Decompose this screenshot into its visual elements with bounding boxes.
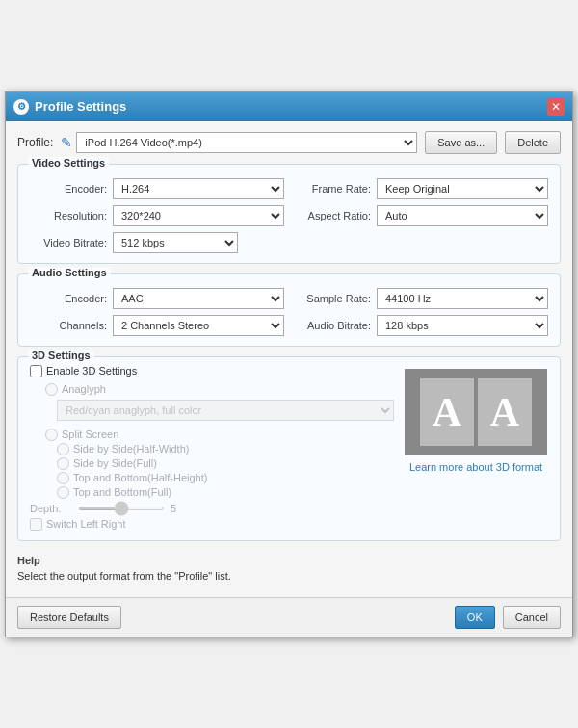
title-bar: ⚙ Profile Settings ✕ (6, 92, 572, 121)
channels-row: Channels: 2 Channels Stereo (30, 315, 284, 336)
restore-defaults-button[interactable]: Restore Defaults (17, 606, 121, 629)
dialog-content: Profile: ✎ iPod H.264 Video(*.mp4) Save … (6, 121, 572, 597)
video-settings-title: Video Settings (28, 157, 109, 169)
resolution-select[interactable]: 320*240 (113, 205, 284, 226)
audio-settings-section: Audio Settings Encoder: AAC Sample Rate:… (17, 273, 561, 347)
footer-right: OK Cancel (455, 606, 561, 629)
save-as-button[interactable]: Save as... (425, 131, 497, 154)
3d-settings-title: 3D Settings (28, 350, 94, 361)
profile-select[interactable]: iPod H.264 Video(*.mp4) (76, 132, 417, 153)
learn-more-link[interactable]: Learn more about 3D format (409, 461, 542, 473)
split-screen-label: Split Screen (62, 429, 118, 440)
help-title: Help (17, 555, 561, 566)
edit-icon[interactable]: ✎ (61, 135, 72, 150)
top-bottom-half-row: Top and Bottom(Half-Height) (30, 472, 394, 484)
aa-letter-right: A (478, 378, 532, 446)
3d-settings-right: A A Learn more about 3D format (404, 365, 548, 531)
channels-select[interactable]: 2 Channels Stereo (113, 315, 284, 336)
resolution-label: Resolution: (30, 210, 107, 221)
top-bottom-full-label: Top and Bottom(Full) (73, 486, 171, 498)
delete-button[interactable]: Delete (505, 131, 561, 154)
frame-rate-select[interactable]: Keep Original (377, 178, 548, 199)
top-bottom-full-row: Top and Bottom(Full) (30, 486, 394, 499)
depth-value: 5 (171, 503, 190, 514)
settings-icon: ⚙ (13, 99, 29, 115)
cancel-button[interactable]: Cancel (503, 606, 561, 629)
aa-preview: A A (405, 369, 547, 455)
3d-settings-left: Enable 3D Settings Anaglyph Red/cyan ana… (30, 365, 394, 531)
anaglyph-label: Anaglyph (62, 383, 106, 395)
top-bottom-half-radio[interactable] (57, 472, 69, 484)
depth-slider[interactable] (78, 507, 165, 510)
ok-button[interactable]: OK (455, 606, 495, 629)
video-settings-grid: Encoder: H.264 Frame Rate: Keep Original… (30, 178, 548, 226)
audio-encoder-row: Encoder: AAC (30, 288, 284, 309)
top-bottom-full-radio[interactable] (57, 486, 69, 499)
audio-encoder-label: Encoder: (30, 293, 107, 304)
depth-row: Depth: 5 (30, 503, 394, 514)
close-button[interactable]: ✕ (547, 98, 565, 116)
side-by-side-full-radio[interactable] (57, 457, 69, 470)
switch-lr-row: Switch Left Right (30, 518, 394, 531)
side-by-side-half-radio[interactable] (57, 443, 69, 455)
audio-settings-grid: Encoder: AAC Sample Rate: 44100 Hz Chann… (30, 288, 548, 336)
side-by-side-half-label: Side by Side(Half-Width) (73, 443, 189, 455)
help-text: Select the output format from the "Profi… (17, 570, 561, 582)
profile-row: Profile: ✎ iPod H.264 Video(*.mp4) Save … (17, 131, 561, 154)
channels-label: Channels: (30, 320, 107, 331)
video-bitrate-select[interactable]: 512 kbps (113, 232, 238, 253)
side-by-side-full-row: Side by Side(Full) (30, 457, 394, 470)
video-bitrate-row: Video Bitrate: 512 kbps (30, 232, 548, 253)
side-by-side-full-label: Side by Side(Full) (73, 457, 157, 469)
profile-settings-dialog: ⚙ Profile Settings ✕ Profile: ✎ iPod H.2… (5, 91, 573, 637)
dialog-title: Profile Settings (35, 99, 126, 114)
audio-bitrate-row: Audio Bitrate: 128 kbps (294, 315, 548, 336)
3d-radio-group: Anaglyph Red/cyan anaglyph, full color S… (30, 383, 394, 499)
switch-lr-label: Switch Left Right (46, 518, 126, 530)
enable-3d-checkbox[interactable] (30, 365, 42, 377)
audio-encoder-select[interactable]: AAC (113, 288, 284, 309)
aspect-ratio-row: Aspect Ratio: Auto (294, 205, 548, 226)
split-screen-radio[interactable] (45, 429, 58, 441)
video-bitrate-label: Video Bitrate: (30, 237, 107, 248)
enable-3d-label: Enable 3D Settings (46, 365, 137, 377)
anaglyph-radio-item: Anaglyph (30, 383, 394, 396)
sample-rate-label: Sample Rate: (294, 293, 371, 304)
profile-dropdown-wrap: ✎ iPod H.264 Video(*.mp4) (61, 132, 417, 153)
anaglyph-radio[interactable] (45, 383, 58, 396)
frame-rate-row: Frame Rate: Keep Original (294, 178, 548, 199)
enable-3d-row: Enable 3D Settings (30, 365, 394, 377)
audio-bitrate-select[interactable]: 128 kbps (377, 315, 548, 336)
aspect-ratio-select[interactable]: Auto (377, 205, 548, 226)
anaglyph-dropdown-row: Red/cyan anaglyph, full color (30, 400, 394, 421)
audio-settings-title: Audio Settings (28, 267, 111, 278)
dialog-footer: Restore Defaults OK Cancel (6, 597, 572, 637)
side-by-side-half-row: Side by Side(Half-Width) (30, 443, 394, 455)
encoder-label: Encoder: (30, 183, 107, 195)
switch-lr-checkbox[interactable] (30, 518, 42, 531)
split-screen-radio-item: Split Screen (30, 429, 394, 441)
help-section: Help Select the output format from the "… (17, 551, 561, 587)
sample-rate-select[interactable]: 44100 Hz (377, 288, 548, 309)
sample-rate-row: Sample Rate: 44100 Hz (294, 288, 548, 309)
3d-settings-content: Enable 3D Settings Anaglyph Red/cyan ana… (30, 365, 548, 531)
video-settings-section: Video Settings Encoder: H.264 Frame Rate… (17, 164, 561, 264)
aa-letter-left: A (420, 378, 474, 446)
depth-label: Depth: (30, 503, 72, 514)
profile-label: Profile: (17, 136, 53, 149)
encoder-select[interactable]: H.264 (113, 178, 284, 199)
aspect-ratio-label: Aspect Ratio: (294, 210, 371, 221)
3d-settings-section: 3D Settings Enable 3D Settings Anaglyph (17, 356, 561, 541)
anaglyph-select[interactable]: Red/cyan anaglyph, full color (57, 400, 394, 421)
top-bottom-half-label: Top and Bottom(Half-Height) (73, 472, 207, 483)
resolution-row: Resolution: 320*240 (30, 205, 284, 226)
frame-rate-label: Frame Rate: (294, 183, 371, 195)
encoder-row: Encoder: H.264 (30, 178, 284, 199)
audio-bitrate-label: Audio Bitrate: (294, 320, 371, 331)
title-bar-left: ⚙ Profile Settings (13, 99, 126, 115)
